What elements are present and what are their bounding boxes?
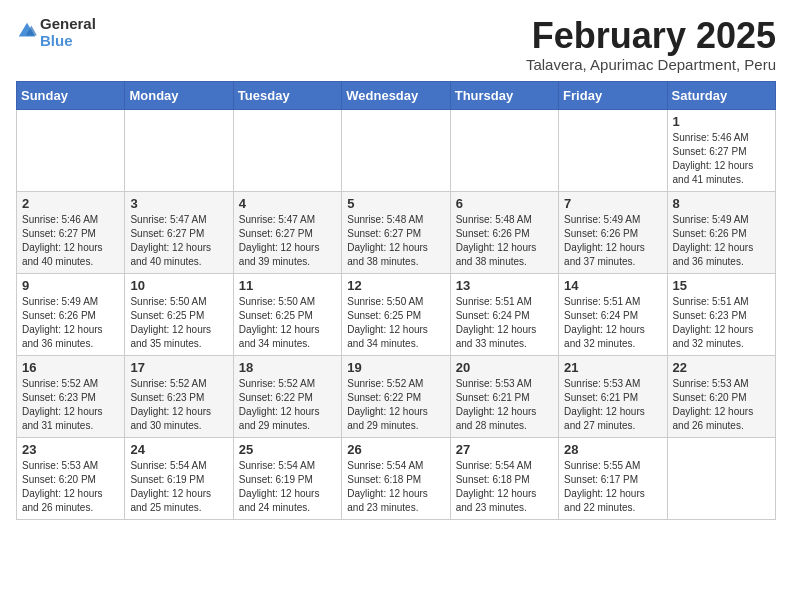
calendar-cell: 9Sunrise: 5:49 AM Sunset: 6:26 PM Daylig… — [17, 273, 125, 355]
logo: General Blue — [16, 16, 96, 49]
day-info: Sunrise: 5:47 AM Sunset: 6:27 PM Dayligh… — [130, 213, 227, 269]
calendar-cell: 19Sunrise: 5:52 AM Sunset: 6:22 PM Dayli… — [342, 355, 450, 437]
day-info: Sunrise: 5:54 AM Sunset: 6:18 PM Dayligh… — [456, 459, 553, 515]
weekday-header: Thursday — [450, 81, 558, 109]
day-info: Sunrise: 5:50 AM Sunset: 6:25 PM Dayligh… — [239, 295, 336, 351]
day-info: Sunrise: 5:53 AM Sunset: 6:21 PM Dayligh… — [564, 377, 661, 433]
day-info: Sunrise: 5:49 AM Sunset: 6:26 PM Dayligh… — [673, 213, 770, 269]
calendar-cell: 13Sunrise: 5:51 AM Sunset: 6:24 PM Dayli… — [450, 273, 558, 355]
weekday-header: Friday — [559, 81, 667, 109]
day-info: Sunrise: 5:49 AM Sunset: 6:26 PM Dayligh… — [564, 213, 661, 269]
day-number: 25 — [239, 442, 336, 457]
day-info: Sunrise: 5:48 AM Sunset: 6:26 PM Dayligh… — [456, 213, 553, 269]
day-info: Sunrise: 5:52 AM Sunset: 6:22 PM Dayligh… — [239, 377, 336, 433]
weekday-header: Saturday — [667, 81, 775, 109]
weekday-header: Sunday — [17, 81, 125, 109]
calendar-cell: 28Sunrise: 5:55 AM Sunset: 6:17 PM Dayli… — [559, 437, 667, 519]
day-info: Sunrise: 5:46 AM Sunset: 6:27 PM Dayligh… — [22, 213, 119, 269]
day-number: 9 — [22, 278, 119, 293]
day-number: 12 — [347, 278, 444, 293]
calendar-header-row: SundayMondayTuesdayWednesdayThursdayFrid… — [17, 81, 776, 109]
day-number: 10 — [130, 278, 227, 293]
calendar-cell: 16Sunrise: 5:52 AM Sunset: 6:23 PM Dayli… — [17, 355, 125, 437]
day-info: Sunrise: 5:53 AM Sunset: 6:20 PM Dayligh… — [673, 377, 770, 433]
calendar-cell: 17Sunrise: 5:52 AM Sunset: 6:23 PM Dayli… — [125, 355, 233, 437]
day-number: 20 — [456, 360, 553, 375]
day-number: 21 — [564, 360, 661, 375]
calendar-cell: 20Sunrise: 5:53 AM Sunset: 6:21 PM Dayli… — [450, 355, 558, 437]
calendar-cell: 8Sunrise: 5:49 AM Sunset: 6:26 PM Daylig… — [667, 191, 775, 273]
calendar-cell: 15Sunrise: 5:51 AM Sunset: 6:23 PM Dayli… — [667, 273, 775, 355]
day-info: Sunrise: 5:52 AM Sunset: 6:22 PM Dayligh… — [347, 377, 444, 433]
calendar-cell: 6Sunrise: 5:48 AM Sunset: 6:26 PM Daylig… — [450, 191, 558, 273]
calendar-cell — [450, 109, 558, 191]
day-number: 2 — [22, 196, 119, 211]
day-number: 19 — [347, 360, 444, 375]
day-info: Sunrise: 5:54 AM Sunset: 6:19 PM Dayligh… — [130, 459, 227, 515]
calendar-cell: 5Sunrise: 5:48 AM Sunset: 6:27 PM Daylig… — [342, 191, 450, 273]
day-number: 22 — [673, 360, 770, 375]
calendar-cell: 11Sunrise: 5:50 AM Sunset: 6:25 PM Dayli… — [233, 273, 341, 355]
day-info: Sunrise: 5:49 AM Sunset: 6:26 PM Dayligh… — [22, 295, 119, 351]
calendar-cell — [233, 109, 341, 191]
day-info: Sunrise: 5:47 AM Sunset: 6:27 PM Dayligh… — [239, 213, 336, 269]
day-info: Sunrise: 5:51 AM Sunset: 6:24 PM Dayligh… — [564, 295, 661, 351]
day-info: Sunrise: 5:50 AM Sunset: 6:25 PM Dayligh… — [347, 295, 444, 351]
calendar-cell — [559, 109, 667, 191]
calendar-cell: 2Sunrise: 5:46 AM Sunset: 6:27 PM Daylig… — [17, 191, 125, 273]
calendar-cell: 10Sunrise: 5:50 AM Sunset: 6:25 PM Dayli… — [125, 273, 233, 355]
day-number: 13 — [456, 278, 553, 293]
day-number: 14 — [564, 278, 661, 293]
day-info: Sunrise: 5:54 AM Sunset: 6:18 PM Dayligh… — [347, 459, 444, 515]
day-number: 6 — [456, 196, 553, 211]
page-header: General Blue February 2025 Talavera, Apu… — [16, 16, 776, 73]
calendar-cell: 4Sunrise: 5:47 AM Sunset: 6:27 PM Daylig… — [233, 191, 341, 273]
day-number: 16 — [22, 360, 119, 375]
day-number: 4 — [239, 196, 336, 211]
day-info: Sunrise: 5:55 AM Sunset: 6:17 PM Dayligh… — [564, 459, 661, 515]
calendar-cell: 25Sunrise: 5:54 AM Sunset: 6:19 PM Dayli… — [233, 437, 341, 519]
calendar-week-row: 23Sunrise: 5:53 AM Sunset: 6:20 PM Dayli… — [17, 437, 776, 519]
calendar-cell: 27Sunrise: 5:54 AM Sunset: 6:18 PM Dayli… — [450, 437, 558, 519]
day-info: Sunrise: 5:50 AM Sunset: 6:25 PM Dayligh… — [130, 295, 227, 351]
day-info: Sunrise: 5:51 AM Sunset: 6:24 PM Dayligh… — [456, 295, 553, 351]
day-number: 15 — [673, 278, 770, 293]
calendar-week-row: 16Sunrise: 5:52 AM Sunset: 6:23 PM Dayli… — [17, 355, 776, 437]
month-title: February 2025 — [526, 16, 776, 56]
title-block: February 2025 Talavera, Apurimac Departm… — [526, 16, 776, 73]
weekday-header: Wednesday — [342, 81, 450, 109]
day-number: 11 — [239, 278, 336, 293]
day-number: 28 — [564, 442, 661, 457]
day-number: 17 — [130, 360, 227, 375]
calendar-cell: 12Sunrise: 5:50 AM Sunset: 6:25 PM Dayli… — [342, 273, 450, 355]
calendar-table: SundayMondayTuesdayWednesdayThursdayFrid… — [16, 81, 776, 520]
calendar-cell — [17, 109, 125, 191]
day-info: Sunrise: 5:52 AM Sunset: 6:23 PM Dayligh… — [130, 377, 227, 433]
calendar-week-row: 9Sunrise: 5:49 AM Sunset: 6:26 PM Daylig… — [17, 273, 776, 355]
day-info: Sunrise: 5:53 AM Sunset: 6:20 PM Dayligh… — [22, 459, 119, 515]
day-info: Sunrise: 5:53 AM Sunset: 6:21 PM Dayligh… — [456, 377, 553, 433]
day-number: 18 — [239, 360, 336, 375]
calendar-cell: 18Sunrise: 5:52 AM Sunset: 6:22 PM Dayli… — [233, 355, 341, 437]
day-number: 8 — [673, 196, 770, 211]
calendar-cell: 1Sunrise: 5:46 AM Sunset: 6:27 PM Daylig… — [667, 109, 775, 191]
logo-blue: Blue — [40, 33, 96, 50]
weekday-header: Tuesday — [233, 81, 341, 109]
day-number: 7 — [564, 196, 661, 211]
day-number: 3 — [130, 196, 227, 211]
day-info: Sunrise: 5:46 AM Sunset: 6:27 PM Dayligh… — [673, 131, 770, 187]
subtitle: Talavera, Apurimac Department, Peru — [526, 56, 776, 73]
calendar-cell — [342, 109, 450, 191]
calendar-cell — [125, 109, 233, 191]
day-number: 1 — [673, 114, 770, 129]
calendar-cell: 26Sunrise: 5:54 AM Sunset: 6:18 PM Dayli… — [342, 437, 450, 519]
calendar-cell: 24Sunrise: 5:54 AM Sunset: 6:19 PM Dayli… — [125, 437, 233, 519]
calendar-cell: 23Sunrise: 5:53 AM Sunset: 6:20 PM Dayli… — [17, 437, 125, 519]
calendar-cell: 7Sunrise: 5:49 AM Sunset: 6:26 PM Daylig… — [559, 191, 667, 273]
calendar-week-row: 1Sunrise: 5:46 AM Sunset: 6:27 PM Daylig… — [17, 109, 776, 191]
day-info: Sunrise: 5:48 AM Sunset: 6:27 PM Dayligh… — [347, 213, 444, 269]
weekday-header: Monday — [125, 81, 233, 109]
logo-icon — [16, 20, 38, 42]
calendar-cell: 14Sunrise: 5:51 AM Sunset: 6:24 PM Dayli… — [559, 273, 667, 355]
day-number: 5 — [347, 196, 444, 211]
